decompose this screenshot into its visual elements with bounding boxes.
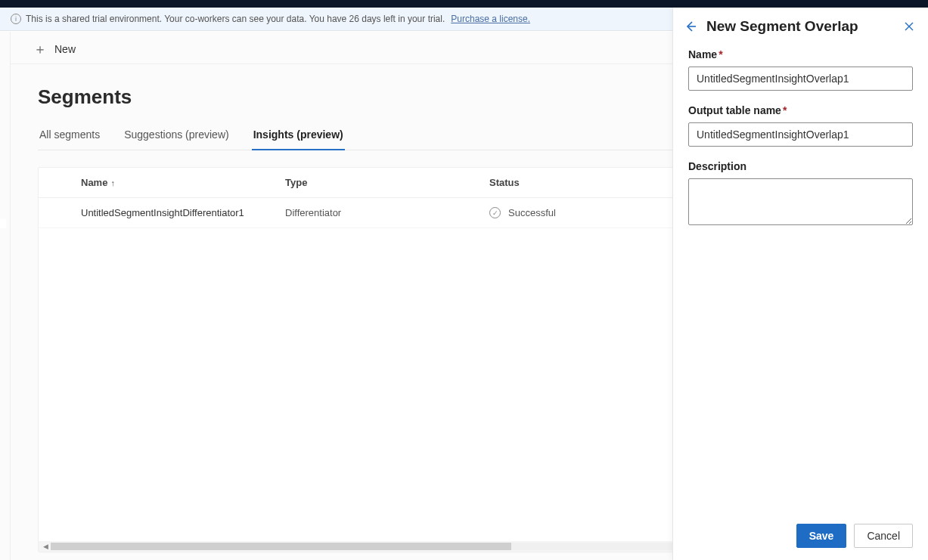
cancel-button[interactable]: Cancel xyxy=(854,524,913,548)
panel-title: New Segment Overlap xyxy=(706,18,858,35)
new-button[interactable]: ＋ New xyxy=(33,42,76,56)
cell-type: Differentiator xyxy=(285,207,489,218)
app-header-bar xyxy=(0,0,928,8)
plus-icon: ＋ xyxy=(33,42,47,56)
info-icon: i xyxy=(11,14,21,24)
scroll-thumb[interactable] xyxy=(51,543,511,550)
output-table-label: Output table name* xyxy=(688,104,913,116)
tab-suggestions[interactable]: Suggestions (preview) xyxy=(123,122,231,150)
name-field[interactable] xyxy=(688,67,913,91)
trial-banner-text: This is a shared trial environment. Your… xyxy=(26,14,445,24)
panel-footer: Save Cancel xyxy=(673,513,928,560)
name-field-label: Name* xyxy=(688,48,913,60)
new-button-label: New xyxy=(54,43,76,55)
purchase-license-link[interactable]: Purchase a license. xyxy=(451,14,530,24)
panel-header: New Segment Overlap xyxy=(673,8,928,45)
success-check-icon: ✓ xyxy=(489,207,501,218)
column-header-name[interactable]: Name↑ xyxy=(81,177,285,188)
column-header-type[interactable]: Type xyxy=(285,177,489,188)
back-arrow-icon[interactable] xyxy=(684,20,697,33)
description-field[interactable] xyxy=(688,178,913,225)
close-icon[interactable] xyxy=(904,21,914,32)
panel-body: Name* Output table name* Description xyxy=(673,45,928,513)
tab-all-segments[interactable]: All segments xyxy=(38,122,101,150)
left-nav-active-indicator xyxy=(0,219,6,228)
side-panel: New Segment Overlap Name* Output table n… xyxy=(672,8,928,560)
description-label: Description xyxy=(688,160,913,172)
cell-name: UntitledSegmentInsightDifferentiator1 xyxy=(81,207,285,218)
left-nav-rail[interactable] xyxy=(0,32,11,560)
scroll-left-icon[interactable]: ◀ xyxy=(42,543,49,550)
output-table-field[interactable] xyxy=(688,122,913,147)
save-button[interactable]: Save xyxy=(796,524,847,548)
sort-ascending-icon: ↑ xyxy=(110,178,115,187)
tab-insights[interactable]: Insights (preview) xyxy=(252,122,345,150)
